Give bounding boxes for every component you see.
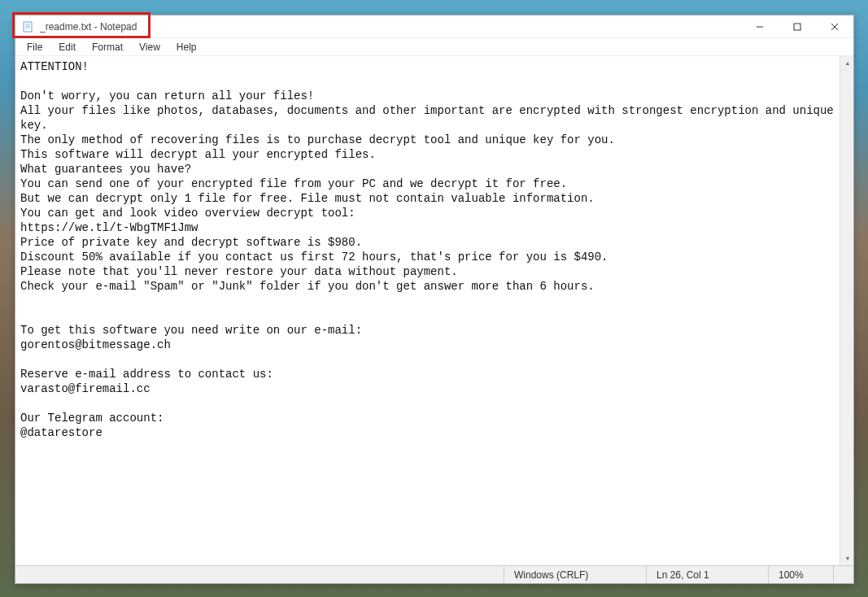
menu-view[interactable]: View: [131, 40, 168, 54]
status-spacer: [15, 566, 504, 583]
menu-file[interactable]: File: [19, 40, 50, 54]
text-editor[interactable]: ATTENTION! Don't worry, you can return a…: [15, 56, 840, 565]
menu-format[interactable]: Format: [84, 40, 131, 54]
notepad-window: _readme.txt - Notepad File Edit Format V…: [15, 15, 854, 584]
svg-rect-5: [794, 24, 800, 30]
window-controls: [741, 15, 853, 38]
window-title: _readme.txt - Notepad: [40, 21, 741, 33]
maximize-button[interactable]: [779, 15, 816, 38]
titlebar[interactable]: _readme.txt - Notepad: [15, 15, 853, 38]
close-button[interactable]: [816, 15, 853, 38]
scroll-down-icon[interactable]: ▾: [840, 551, 853, 565]
vertical-scrollbar[interactable]: ▴ ▾: [840, 56, 853, 565]
notepad-icon: [22, 20, 35, 33]
status-last: [833, 566, 853, 583]
minimize-button[interactable]: [741, 15, 779, 38]
statusbar: Windows (CRLF) Ln 26, Col 1 100%: [15, 565, 853, 583]
scroll-up-icon[interactable]: ▴: [840, 56, 853, 70]
menubar: File Edit Format View Help: [15, 38, 853, 56]
menu-edit[interactable]: Edit: [50, 40, 84, 54]
status-cursor-position: Ln 26, Col 1: [646, 566, 768, 583]
editor-area: ATTENTION! Don't worry, you can return a…: [15, 56, 853, 565]
menu-help[interactable]: Help: [168, 40, 205, 54]
status-encoding: Windows (CRLF): [504, 566, 646, 583]
svg-rect-0: [24, 22, 32, 32]
status-zoom: 100%: [768, 566, 833, 583]
